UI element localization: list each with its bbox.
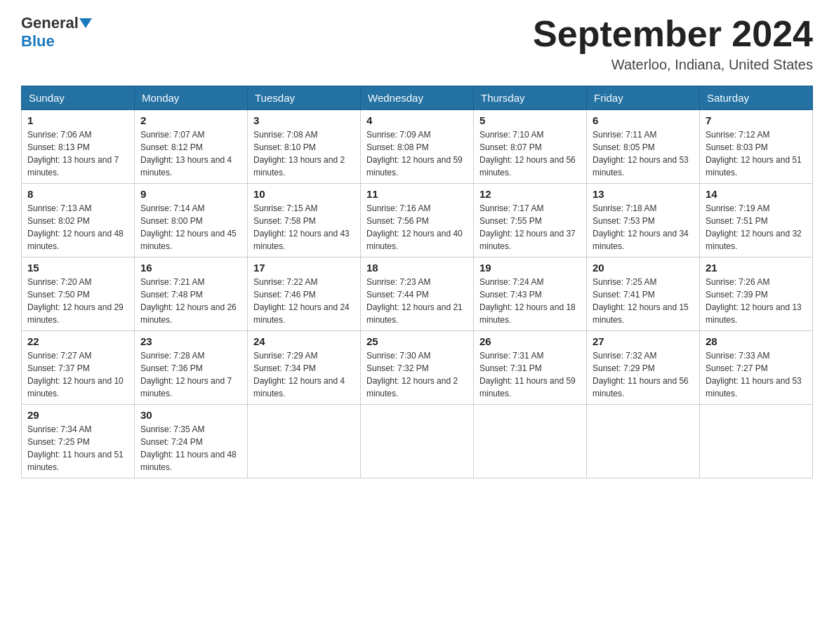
weekday-header-wednesday: Wednesday [361, 86, 474, 110]
weekday-header-sunday: Sunday [22, 86, 135, 110]
day-number: 11 [366, 188, 468, 200]
calendar-cell [361, 405, 474, 478]
title-area: September 2024 Waterloo, Indiana, United… [533, 14, 813, 73]
calendar-cell: 11Sunrise: 7:16 AMSunset: 7:56 PMDayligh… [361, 184, 474, 257]
day-number: 4 [366, 114, 468, 126]
calendar-cell: 19Sunrise: 7:24 AMSunset: 7:43 PMDayligh… [474, 257, 587, 331]
day-number: 18 [366, 262, 468, 274]
day-info: Sunrise: 7:34 AMSunset: 7:25 PMDaylight:… [27, 423, 128, 474]
week-row-5: 29Sunrise: 7:34 AMSunset: 7:25 PMDayligh… [22, 405, 813, 478]
logo-general-text: General [21, 14, 79, 32]
calendar-cell: 3Sunrise: 7:08 AMSunset: 8:10 PMDaylight… [248, 110, 361, 184]
day-info: Sunrise: 7:26 AMSunset: 7:39 PMDaylight:… [706, 276, 807, 326]
day-info: Sunrise: 7:10 AMSunset: 8:07 PMDaylight:… [479, 128, 581, 179]
weekday-header-friday: Friday [587, 86, 700, 110]
header: General Blue September 2024 Waterloo, In… [21, 14, 813, 73]
day-info: Sunrise: 7:28 AMSunset: 7:36 PMDaylight:… [140, 349, 241, 400]
day-info: Sunrise: 7:24 AMSunset: 7:43 PMDaylight:… [479, 276, 581, 326]
calendar-cell: 9Sunrise: 7:14 AMSunset: 8:00 PMDaylight… [135, 184, 248, 257]
calendar-cell: 24Sunrise: 7:29 AMSunset: 7:34 PMDayligh… [248, 331, 361, 405]
calendar-cell: 7Sunrise: 7:12 AMSunset: 8:03 PMDaylight… [700, 110, 813, 184]
calendar-cell: 2Sunrise: 7:07 AMSunset: 8:12 PMDaylight… [135, 110, 248, 184]
calendar-cell: 8Sunrise: 7:13 AMSunset: 8:02 PMDaylight… [22, 184, 135, 257]
day-info: Sunrise: 7:13 AMSunset: 8:02 PMDaylight:… [27, 202, 128, 253]
calendar-cell: 15Sunrise: 7:20 AMSunset: 7:50 PMDayligh… [22, 257, 135, 331]
calendar-cell [474, 405, 587, 478]
logo-blue-line: Blue [21, 32, 55, 51]
weekday-header-monday: Monday [135, 86, 248, 110]
day-info: Sunrise: 7:09 AMSunset: 8:08 PMDaylight:… [366, 128, 468, 179]
calendar-table: SundayMondayTuesdayWednesdayThursdayFrid… [21, 86, 813, 478]
day-number: 23 [140, 335, 241, 347]
day-number: 1 [27, 114, 128, 126]
logo-area: General Blue [21, 14, 93, 51]
week-row-2: 8Sunrise: 7:13 AMSunset: 8:02 PMDaylight… [22, 184, 813, 257]
day-info: Sunrise: 7:20 AMSunset: 7:50 PMDaylight:… [27, 276, 128, 326]
day-info: Sunrise: 7:15 AMSunset: 7:58 PMDaylight:… [253, 202, 355, 253]
day-info: Sunrise: 7:23 AMSunset: 7:44 PMDaylight:… [366, 276, 468, 326]
week-row-3: 15Sunrise: 7:20 AMSunset: 7:50 PMDayligh… [22, 257, 813, 331]
day-number: 13 [593, 188, 694, 200]
day-number: 7 [706, 114, 807, 126]
day-number: 5 [479, 114, 581, 126]
calendar-cell [248, 405, 361, 478]
day-info: Sunrise: 7:30 AMSunset: 7:32 PMDaylight:… [366, 349, 468, 400]
day-info: Sunrise: 7:33 AMSunset: 7:27 PMDaylight:… [706, 349, 807, 400]
day-info: Sunrise: 7:29 AMSunset: 7:34 PMDaylight:… [253, 349, 355, 400]
weekday-header-thursday: Thursday [474, 86, 587, 110]
day-info: Sunrise: 7:35 AMSunset: 7:24 PMDaylight:… [140, 423, 241, 474]
calendar-cell: 10Sunrise: 7:15 AMSunset: 7:58 PMDayligh… [248, 184, 361, 257]
day-number: 9 [140, 188, 241, 200]
day-number: 14 [706, 188, 807, 200]
day-info: Sunrise: 7:07 AMSunset: 8:12 PMDaylight:… [140, 128, 241, 179]
calendar-header: SundayMondayTuesdayWednesdayThursdayFrid… [22, 86, 813, 110]
day-info: Sunrise: 7:31 AMSunset: 7:31 PMDaylight:… [479, 349, 581, 400]
day-info: Sunrise: 7:16 AMSunset: 7:56 PMDaylight:… [366, 202, 468, 253]
weekday-header-saturday: Saturday [700, 86, 813, 110]
day-number: 19 [479, 262, 581, 274]
week-row-1: 1Sunrise: 7:06 AMSunset: 8:13 PMDaylight… [22, 110, 813, 184]
day-number: 30 [140, 409, 241, 421]
day-info: Sunrise: 7:32 AMSunset: 7:29 PMDaylight:… [593, 349, 694, 400]
day-info: Sunrise: 7:08 AMSunset: 8:10 PMDaylight:… [253, 128, 355, 179]
month-title: September 2024 [533, 14, 813, 54]
calendar-cell: 27Sunrise: 7:32 AMSunset: 7:29 PMDayligh… [587, 331, 700, 405]
calendar-cell [587, 405, 700, 478]
day-number: 3 [253, 114, 355, 126]
calendar-cell: 22Sunrise: 7:27 AMSunset: 7:37 PMDayligh… [22, 331, 135, 405]
day-info: Sunrise: 7:25 AMSunset: 7:41 PMDaylight:… [593, 276, 694, 326]
day-number: 25 [366, 335, 468, 347]
day-number: 27 [593, 335, 694, 347]
calendar-cell: 28Sunrise: 7:33 AMSunset: 7:27 PMDayligh… [700, 331, 813, 405]
day-number: 17 [253, 262, 355, 274]
day-number: 24 [253, 335, 355, 347]
day-info: Sunrise: 7:21 AMSunset: 7:48 PMDaylight:… [140, 276, 241, 326]
day-number: 6 [593, 114, 694, 126]
calendar-cell: 25Sunrise: 7:30 AMSunset: 7:32 PMDayligh… [361, 331, 474, 405]
weekday-row: SundayMondayTuesdayWednesdayThursdayFrid… [22, 86, 813, 110]
calendar-cell: 20Sunrise: 7:25 AMSunset: 7:41 PMDayligh… [587, 257, 700, 331]
calendar-cell: 30Sunrise: 7:35 AMSunset: 7:24 PMDayligh… [135, 405, 248, 478]
calendar-cell: 14Sunrise: 7:19 AMSunset: 7:51 PMDayligh… [700, 184, 813, 257]
day-info: Sunrise: 7:06 AMSunset: 8:13 PMDaylight:… [27, 128, 128, 179]
calendar-cell: 29Sunrise: 7:34 AMSunset: 7:25 PMDayligh… [22, 405, 135, 478]
calendar-cell: 12Sunrise: 7:17 AMSunset: 7:55 PMDayligh… [474, 184, 587, 257]
week-row-4: 22Sunrise: 7:27 AMSunset: 7:37 PMDayligh… [22, 331, 813, 405]
day-number: 26 [479, 335, 581, 347]
calendar-body: 1Sunrise: 7:06 AMSunset: 8:13 PMDaylight… [22, 110, 813, 478]
calendar-cell: 16Sunrise: 7:21 AMSunset: 7:48 PMDayligh… [135, 257, 248, 331]
day-number: 8 [27, 188, 128, 200]
calendar-cell: 21Sunrise: 7:26 AMSunset: 7:39 PMDayligh… [700, 257, 813, 331]
calendar-cell: 13Sunrise: 7:18 AMSunset: 7:53 PMDayligh… [587, 184, 700, 257]
calendar-cell: 18Sunrise: 7:23 AMSunset: 7:44 PMDayligh… [361, 257, 474, 331]
calendar-cell: 4Sunrise: 7:09 AMSunset: 8:08 PMDaylight… [361, 110, 474, 184]
day-info: Sunrise: 7:12 AMSunset: 8:03 PMDaylight:… [706, 128, 807, 179]
day-info: Sunrise: 7:18 AMSunset: 7:53 PMDaylight:… [593, 202, 694, 253]
day-info: Sunrise: 7:14 AMSunset: 8:00 PMDaylight:… [140, 202, 241, 253]
day-number: 28 [706, 335, 807, 347]
day-number: 10 [253, 188, 355, 200]
day-number: 12 [479, 188, 581, 200]
day-number: 16 [140, 262, 241, 274]
day-number: 22 [27, 335, 128, 347]
day-number: 21 [706, 262, 807, 274]
